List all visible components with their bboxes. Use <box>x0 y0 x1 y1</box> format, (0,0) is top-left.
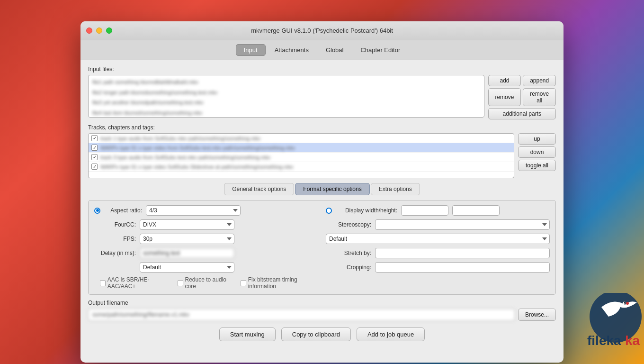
title-bar: mkvmerge GUI v8.1.0 ('Psychedelic Postca… <box>80 21 564 40</box>
svg-point-1 <box>626 302 629 305</box>
track-checkbox[interactable] <box>91 135 98 141</box>
svg-point-3 <box>624 302 626 304</box>
display-wh-radio-btn[interactable] <box>326 208 332 214</box>
maximize-button[interactable] <box>106 27 112 34</box>
reduce-label: Reduce to audio core <box>185 276 233 290</box>
options-left-col: Aspect ratio: 4/3 16/9 2.35:1 FourCC: DI… <box>94 205 318 290</box>
add-append-row: add append <box>488 75 556 86</box>
window-title: mkvmerge GUI v8.1.0 ('Psychedelic Postca… <box>251 27 393 34</box>
stereoscopy-label: Stereoscopy: <box>326 221 371 228</box>
options-two-col: Aspect ratio: 4/3 16/9 2.35:1 FourCC: DI… <box>94 205 550 290</box>
delay-input[interactable] <box>140 248 234 258</box>
display-height-input[interactable] <box>452 205 500 216</box>
fourcc-label: FourCC: <box>94 221 136 228</box>
aac-label: AAC is SBR/HE-AAC/AAC+ <box>107 276 170 290</box>
additional-parts-button[interactable]: additional parts <box>488 108 556 119</box>
fourcc-row: FourCC: DIVX XVID H264 <box>94 219 318 230</box>
svg-point-2 <box>623 302 626 304</box>
track-text: track 1 type audio from SoftSubs mkv pat… <box>100 136 260 141</box>
tab-global[interactable]: Global <box>318 44 352 56</box>
track-checkbox[interactable] <box>91 145 98 151</box>
default-row: Default <box>94 262 318 273</box>
remove-all-button[interactable]: remove all <box>523 88 556 106</box>
track-item[interactable]: WARPx type 01 s type video from SoftSubs… <box>89 143 514 153</box>
add-button[interactable]: add <box>488 75 521 86</box>
up-button[interactable]: up <box>518 133 556 145</box>
track-item[interactable]: track 1 type audio from SoftSubs mkv pat… <box>89 134 514 143</box>
aspect-ratio-radio-btn[interactable] <box>94 208 100 214</box>
track-buttons: up down toggle all <box>518 133 556 178</box>
tab-format-specific-options[interactable]: Format specific options <box>295 183 369 195</box>
remove-row: remove remove all <box>488 88 556 106</box>
start-muxing-button[interactable]: Start muxing <box>219 328 276 341</box>
delay-label: Delay (in ms): <box>94 250 136 256</box>
track-item[interactable]: track 3 type audio from SoftSubs test.mk… <box>89 153 514 162</box>
display-wh-label: Display width/height: <box>336 207 397 214</box>
tracks-row: track 1 type audio from SoftSubs mkv pat… <box>88 133 556 178</box>
track-checkbox[interactable] <box>91 154 98 160</box>
display-width-input[interactable] <box>401 205 448 216</box>
main-tabs: Input Attachments Global Chapter Editor <box>80 40 564 60</box>
append-button[interactable]: append <box>523 75 556 86</box>
tab-input[interactable]: Input <box>236 44 266 56</box>
svg-text:fileka: fileka <box>587 333 621 348</box>
down-button[interactable]: down <box>518 146 556 158</box>
options-right-col: Display width/height: Stereoscopy: Side … <box>326 205 550 290</box>
stretch-by-row: Stretch by: <box>326 248 550 258</box>
toggle-all-button[interactable]: toggle all <box>518 160 556 171</box>
add-to-job-queue-button[interactable]: Add to job queue <box>357 328 425 341</box>
stretch-by-label: Stretch by: <box>326 250 371 256</box>
aspect-ratio-select[interactable]: 4/3 16/9 2.35:1 <box>146 205 241 216</box>
fps-row: FPS: 30p 23.976p 24p 25p 29.97p <box>94 234 318 244</box>
checkboxes-row: AAC is SBR/HE-AAC/AAC+ Reduce to audio c… <box>94 276 318 290</box>
tracks-label: Tracks, chapters and tags: <box>88 124 556 131</box>
tab-chapter-editor[interactable]: Chapter Editor <box>352 44 408 56</box>
options-tabs: General track options Format specific op… <box>88 183 556 195</box>
fps-select[interactable]: 30p 23.976p 24p 25p 29.97p <box>140 234 234 244</box>
aac-checkbox-item: AAC is SBR/HE-AAC/AAC+ <box>100 276 170 290</box>
track-text: WARPx type 01 s type video from SoftSubs… <box>100 145 295 151</box>
tab-attachments[interactable]: Attachments <box>267 44 317 56</box>
file-item: file4 last item blurred/something/someth… <box>90 108 482 118</box>
close-button[interactable] <box>86 27 92 34</box>
aac-checkbox[interactable] <box>100 280 106 286</box>
main-content: Input files: file1 path something blurre… <box>80 60 564 347</box>
svg-text:ka: ka <box>625 333 640 348</box>
delay-row: Delay (in ms): <box>94 248 318 258</box>
tracks-list[interactable]: track 1 type audio from SoftSubs mkv pat… <box>88 133 514 178</box>
output-section: Output filename Browse... <box>88 300 556 321</box>
output-filename-input[interactable] <box>88 309 515 321</box>
display-wh-radio[interactable] <box>326 208 332 214</box>
tab-general-track-options[interactable]: General track options <box>224 183 294 195</box>
track-checkbox[interactable] <box>91 164 98 170</box>
remove-button[interactable]: remove <box>488 88 521 106</box>
tab-extra-options[interactable]: Extra options <box>371 183 420 195</box>
stretch-by-input[interactable] <box>375 248 550 258</box>
file-item: file2 longer path blurredsomething/somet… <box>90 88 482 98</box>
fps-default-row: Default <box>326 234 550 244</box>
fps-default-select[interactable]: Default <box>326 234 550 244</box>
minimize-button[interactable] <box>96 27 102 34</box>
fix-bitstream-checkbox[interactable] <box>241 280 246 286</box>
bottom-bar: Start muxing Copy to clipboard Add to jo… <box>88 328 556 341</box>
reduce-checkbox-item: Reduce to audio core <box>178 276 233 290</box>
fps-label: FPS: <box>94 236 136 242</box>
input-files-label: Input files: <box>88 66 556 73</box>
fix-bitstream-label: Fix bitstream timing information <box>248 276 318 290</box>
output-row: Browse... <box>88 309 556 321</box>
input-files-list[interactable]: file1 path something blurredblahlbhalbah… <box>88 75 484 118</box>
file-item: file1 path something blurredblahlbhalbah… <box>90 77 482 88</box>
display-wh-row: Display width/height: <box>326 205 550 216</box>
fourcc-select[interactable]: DIVX XVID H264 <box>140 219 234 230</box>
default-select[interactable]: Default <box>140 262 234 273</box>
stereoscopy-select[interactable]: Side by side <box>375 219 550 230</box>
traffic-lights <box>86 27 112 34</box>
reduce-checkbox[interactable] <box>178 280 183 286</box>
copy-to-clipboard-button[interactable]: Copy to clipboard <box>281 328 351 341</box>
aspect-ratio-row: Aspect ratio: 4/3 16/9 2.35:1 <box>94 205 318 216</box>
aspect-ratio-radio[interactable] <box>94 208 100 214</box>
track-item[interactable]: WARPx type 01 s type video SoftSubs Slid… <box>89 162 514 172</box>
browse-button[interactable]: Browse... <box>518 309 556 321</box>
track-text: WARPx type 01 s type video SoftSubs Slid… <box>100 164 293 170</box>
cropping-input[interactable] <box>375 262 550 273</box>
